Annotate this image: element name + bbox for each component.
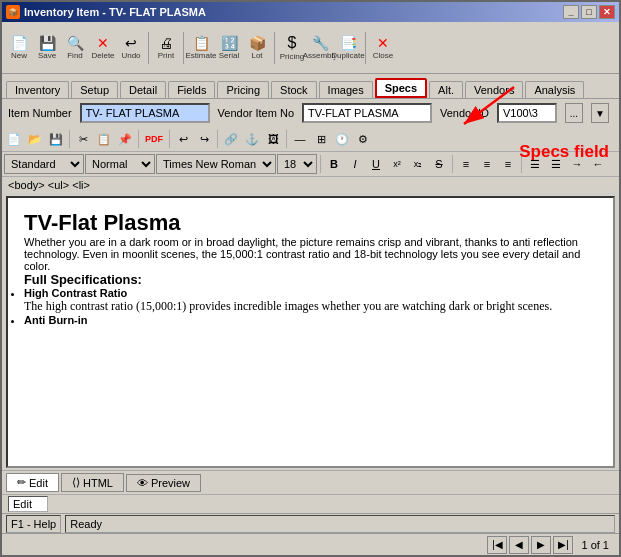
superscript-button[interactable]: x² [387,154,407,174]
list-ol-button[interactable]: ☰ [546,154,566,174]
ed-misc4-btn[interactable]: ⚙ [353,129,373,149]
ed-image-btn[interactable]: 🖼 [263,129,283,149]
format-select[interactable]: Normal [85,154,155,174]
editor-bottom-tabs: ✏ Edit ⟨⟩ HTML 👁 Preview [2,470,619,494]
tab-setup[interactable]: Setup [71,81,118,98]
ed-new-btn[interactable]: 📄 [4,129,24,149]
minimize-button[interactable]: _ [563,5,579,19]
breadcrumb-path: <body> <ul> <li> [2,177,619,194]
print-button[interactable]: 🖨 Print [153,37,179,59]
item-number-label: Item Number [8,107,72,119]
ed-misc2-btn[interactable]: ⊞ [311,129,331,149]
content-description: Whether you are in a dark room or in bro… [24,236,597,272]
tab-stock[interactable]: Stock [271,81,317,98]
close-toolbar-button[interactable]: ✕ Close [370,37,396,59]
item-number-input[interactable] [80,103,210,123]
preview-tab[interactable]: 👁 Preview [126,474,201,492]
main-toolbar: 📄 New 💾 Save 🔍 Find ✕ Delete ↩ Undo 🖨 Pr… [2,22,619,74]
ed-misc1-btn[interactable]: — [290,129,310,149]
ed-pdf-btn[interactable]: PDF [142,129,166,149]
editor-toolbar-1: 📄 📂 💾 ✂ 📋 📌 PDF ↩ ↪ 🔗 ⚓ 🖼 — ⊞ 🕐 ⚙ [2,127,619,152]
vendor-id-input[interactable] [497,103,557,123]
ed-cut-btn[interactable]: ✂ [73,129,93,149]
edit-tab[interactable]: ✏ Edit [6,473,59,492]
duplicate-button[interactable]: 📑 Duplicate [335,37,361,59]
close-button[interactable]: ✕ [599,5,615,19]
specs-title: Full Specifications: [24,272,597,287]
tab-alt[interactable]: Alt. [429,81,463,98]
align-left-button[interactable]: ≡ [456,154,476,174]
assembly-button[interactable]: 🔧 Assembly [307,37,333,59]
align-center-button[interactable]: ≡ [477,154,497,174]
ed-anchor-btn[interactable]: ⚓ [242,129,262,149]
bottom-edit-label: Edit [8,496,48,512]
vendor-id-label: Vendor ID [440,107,489,119]
page-info: 1 of 1 [575,539,615,551]
nav-bar: |◀ ◀ ▶ ▶| 1 of 1 [2,533,619,555]
vendor-item-no-label: Vendor Item No [218,107,294,119]
vendor-dropdown-button[interactable]: ▼ [591,103,609,123]
lot-button[interactable]: 📦 Lot [244,37,270,59]
html-tab[interactable]: ⟨⟩ HTML [61,473,124,492]
nav-next-button[interactable]: ▶ [531,536,551,554]
ed-open-btn[interactable]: 📂 [25,129,45,149]
status-bar: F1 - Help Ready [2,513,619,533]
ed-save-btn[interactable]: 💾 [46,129,66,149]
size-select[interactable]: 18 [277,154,317,174]
maximize-button[interactable]: □ [581,5,597,19]
align-right-button[interactable]: ≡ [498,154,518,174]
spec-item-1: High Contrast Ratio The high contrast ra… [24,287,597,314]
estimate-button[interactable]: 📋 Estimate [188,37,214,59]
tab-detail[interactable]: Detail [120,81,166,98]
spec-item-2: Anti Burn-in [24,314,597,326]
font-select[interactable]: Times New Roman [156,154,276,174]
ed-redo-btn[interactable]: ↪ [194,129,214,149]
title-bar: 📦 Inventory Item - TV- FLAT PLASMA _ □ ✕ [2,2,619,22]
ed-link-btn[interactable]: 🔗 [221,129,241,149]
save-button[interactable]: 💾 Save [34,37,60,59]
ed-undo-btn[interactable]: ↩ [173,129,193,149]
content-editor[interactable]: TV-Flat Plasma Whether you are in a dark… [8,198,613,466]
specs-list: High Contrast Ratio The high contrast ra… [24,287,597,326]
help-text: F1 - Help [6,515,61,533]
tab-images[interactable]: Images [319,81,373,98]
status-text: Ready [65,515,615,533]
strikethrough-button[interactable]: S [429,154,449,174]
delete-button[interactable]: ✕ Delete [90,37,116,59]
pricing-button[interactable]: $ Pricing [279,37,305,59]
main-tabs: Inventory Setup Detail Fields Pricing St… [2,74,619,99]
tab-vendors[interactable]: Vendors [465,81,523,98]
content-title: TV-Flat Plasma [24,210,597,236]
underline-button[interactable]: U [366,154,386,174]
ed-copy-btn[interactable]: 📋 [94,129,114,149]
outdent-button[interactable]: ← [588,154,608,174]
list-ul-button[interactable]: ☰ [525,154,545,174]
item-number-row: Item Number Vendor Item No Vendor ID ...… [2,99,619,127]
ed-misc3-btn[interactable]: 🕐 [332,129,352,149]
tab-fields[interactable]: Fields [168,81,215,98]
nav-last-button[interactable]: ▶| [553,536,573,554]
new-button[interactable]: 📄 New [6,37,32,59]
window-title: Inventory Item - TV- FLAT PLASMA [24,6,206,18]
nav-first-button[interactable]: |◀ [487,536,507,554]
editor-toolbar-2: Standard Normal Times New Roman 18 B I U… [2,152,619,177]
ed-paste-btn[interactable]: 📌 [115,129,135,149]
serial-button[interactable]: 🔢 Serial [216,37,242,59]
vendor-browse-button[interactable]: ... [565,103,583,123]
italic-button[interactable]: I [345,154,365,174]
tab-inventory[interactable]: Inventory [6,81,69,98]
undo-button[interactable]: ↩ Undo [118,37,144,59]
app-icon: 📦 [6,5,20,19]
subscript-button[interactable]: x₂ [408,154,428,174]
tab-analysis[interactable]: Analysis [525,81,584,98]
indent-button[interactable]: → [567,154,587,174]
tab-pricing[interactable]: Pricing [217,81,269,98]
nav-prev-button[interactable]: ◀ [509,536,529,554]
find-button[interactable]: 🔍 Find [62,37,88,59]
vendor-item-no-input[interactable] [302,103,432,123]
tab-specs[interactable]: Specs [375,78,427,98]
bold-button[interactable]: B [324,154,344,174]
style-select[interactable]: Standard [4,154,84,174]
